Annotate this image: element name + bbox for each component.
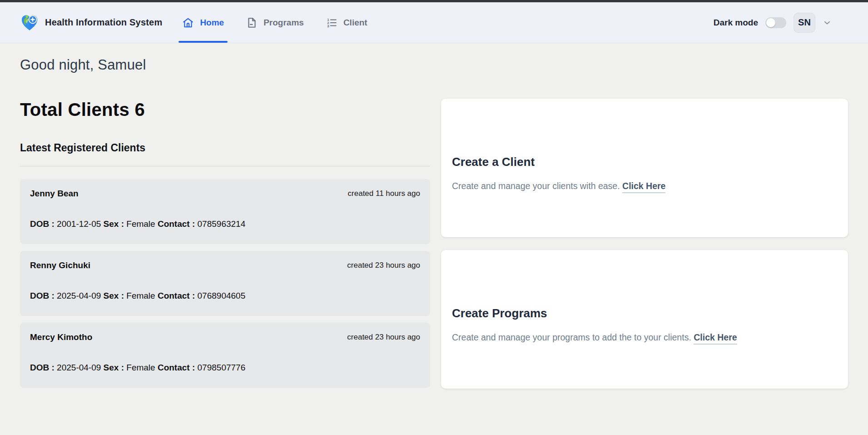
total-clients-heading: Total Clients 6	[20, 99, 430, 120]
tab-home-label: Home	[200, 18, 224, 28]
client-card[interactable]: Jenny Bean created 11 hours ago DOB : 20…	[20, 179, 430, 244]
tab-client-label: Client	[343, 18, 367, 28]
tab-client[interactable]: 1 2 3 Client	[315, 2, 378, 43]
create-client-link[interactable]: Click Here	[622, 181, 665, 193]
contact-label: Contact :	[158, 363, 195, 372]
client-card[interactable]: Mercy Kimotho created 23 hours ago DOB :…	[20, 323, 430, 388]
client-name: Renny Gichuki	[30, 260, 90, 271]
client-created: created 23 hours ago	[347, 332, 420, 343]
latest-clients-heading: Latest Registered Clients	[20, 141, 430, 154]
greeting: Good night, Samuel	[20, 57, 848, 73]
clients-summary-section: Total Clients 6 Latest Registered Client…	[20, 99, 430, 388]
navbar: Health Information System Home Progr	[0, 2, 868, 43]
client-created: created 11 hours ago	[348, 188, 420, 199]
dob-value: 2025-04-09	[57, 363, 101, 372]
total-clients-label: Total Clients	[20, 100, 129, 120]
app-logo-icon	[20, 13, 39, 33]
svg-text:3: 3	[327, 24, 329, 28]
client-details: DOB : 2025-04-09 Sex : Female Contact : …	[30, 291, 420, 301]
toggle-knob	[766, 18, 775, 27]
tab-programs[interactable]: Programs	[235, 2, 315, 43]
create-programs-description: Create and manage your programs to add t…	[452, 331, 837, 344]
contact-label: Contact :	[158, 219, 195, 229]
divider	[20, 166, 430, 166]
create-programs-card: Create Programs Create and manage your p…	[441, 250, 848, 389]
dob-label: DOB :	[30, 219, 55, 229]
client-name: Jenny Bean	[30, 188, 79, 199]
file-icon	[246, 17, 258, 29]
contact-value: 0798507776	[198, 363, 246, 372]
dob-label: DOB :	[30, 291, 55, 300]
brand[interactable]: Health Information System	[20, 2, 162, 43]
create-client-card: Create a Client Create and manage your c…	[441, 99, 848, 237]
create-programs-description-text: Create and manage your programs to add t…	[452, 332, 691, 342]
create-programs-title: Create Programs	[452, 305, 837, 321]
home-icon	[182, 17, 194, 29]
ordered-list-icon: 1 2 3	[326, 17, 337, 29]
dark-mode-toggle[interactable]	[765, 17, 786, 28]
create-client-title: Create a Client	[452, 154, 837, 170]
dob-value: 2001-12-05	[57, 219, 101, 229]
tab-programs-label: Programs	[263, 18, 304, 28]
main-content: Good night, Samuel Total Clients 6 Lates…	[0, 57, 868, 389]
client-name: Mercy Kimotho	[30, 332, 92, 343]
contact-label: Contact :	[158, 291, 195, 300]
app-title: Health Information System	[45, 17, 162, 28]
quick-actions-section: Create a Client Create and manage your c…	[441, 99, 848, 389]
nav-tabs: Home Programs 1 2 3	[171, 2, 378, 43]
dob-label: DOB :	[30, 363, 55, 372]
client-details: DOB : 2025-04-09 Sex : Female Contact : …	[30, 363, 420, 373]
sex-label: Sex :	[104, 291, 124, 300]
sex-value: Female	[126, 219, 155, 229]
sex-value: Female	[126, 291, 155, 300]
dob-value: 2025-04-09	[57, 291, 101, 300]
contact-value: 0785963214	[198, 219, 246, 229]
create-client-description-text: Create and manage your clients with ease…	[452, 181, 620, 191]
navbar-right: Dark mode SN	[714, 2, 832, 43]
chevron-down-icon[interactable]	[823, 18, 832, 27]
sex-label: Sex :	[104, 219, 124, 229]
client-details: DOB : 2001-12-05 Sex : Female Contact : …	[30, 219, 420, 229]
dark-mode-label: Dark mode	[714, 18, 758, 28]
sex-value: Female	[126, 363, 155, 372]
sex-label: Sex :	[104, 363, 124, 372]
client-card[interactable]: Renny Gichuki created 23 hours ago DOB :…	[20, 251, 430, 316]
total-clients-count: 6	[134, 100, 145, 120]
create-client-description: Create and manage your clients with ease…	[452, 180, 837, 192]
avatar[interactable]: SN	[794, 13, 815, 33]
tab-home[interactable]: Home	[171, 2, 235, 43]
client-created: created 23 hours ago	[347, 260, 420, 271]
create-programs-link[interactable]: Click Here	[694, 332, 737, 345]
contact-value: 0768904605	[198, 291, 246, 300]
